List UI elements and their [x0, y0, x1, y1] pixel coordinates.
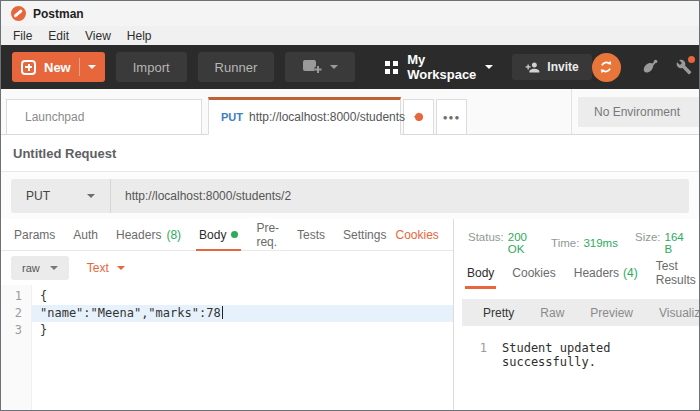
- line-number: 2: [1, 305, 31, 322]
- body-format-label: Text: [87, 261, 109, 275]
- postman-logo-icon: [11, 6, 26, 21]
- new-window-icon: [302, 59, 322, 75]
- new-button-label: New: [44, 60, 71, 75]
- menu-bar: File Edit View Help: [1, 26, 699, 45]
- satellite-icon: [641, 58, 659, 76]
- request-panel: Params Auth Headers(8) Body Pre-req. Tes…: [1, 219, 454, 410]
- response-tab-body[interactable]: Body: [458, 257, 503, 289]
- text-cursor: [222, 306, 223, 319]
- postman-window: Postman File Edit View Help New Import R…: [0, 0, 700, 411]
- view-visualize[interactable]: Visualize: [646, 306, 699, 320]
- main-toolbar: New Import Runner My Workspace: [1, 45, 699, 89]
- body-mode-row: raw Text: [1, 251, 453, 285]
- body-editor[interactable]: 1 2 3 { "name":"Meena","marks":78 }: [1, 285, 453, 410]
- launchpad-tab-label: Launchpad: [25, 110, 84, 124]
- url-input[interactable]: http://localhost:8000/students/2: [111, 189, 291, 203]
- code-line: {: [32, 288, 453, 305]
- tab-options-button[interactable]: ●●●: [436, 99, 467, 134]
- main-split: Params Auth Headers(8) Body Pre-req. Tes…: [1, 219, 699, 410]
- request-tab-bar: Launchpad PUT http://localhost:8000/stud…: [1, 89, 699, 135]
- new-window-button[interactable]: [285, 52, 355, 82]
- tab-auth[interactable]: Auth: [64, 219, 107, 250]
- code-line: }: [32, 322, 453, 339]
- plus-icon: [21, 60, 36, 75]
- request-builder: PUT http://localhost:8000/students/2: [1, 172, 699, 219]
- environment-area: No Environment: [571, 89, 699, 134]
- workspace-grid-icon: [385, 61, 398, 74]
- tab-method-badge: PUT: [221, 111, 243, 123]
- editor-code-area[interactable]: { "name":"Meena","marks":78 }: [32, 285, 453, 410]
- tab-body[interactable]: Body: [190, 219, 247, 250]
- import-button[interactable]: Import: [116, 52, 187, 82]
- person-add-icon: [525, 61, 540, 74]
- time-badge: Time: 319ms: [551, 237, 618, 249]
- menu-view[interactable]: View: [77, 29, 119, 43]
- chevron-down-icon: [87, 194, 95, 198]
- status-badge: Status: 200 OK: [468, 231, 534, 255]
- menu-edit[interactable]: Edit: [40, 29, 77, 43]
- settings-button[interactable]: [676, 59, 692, 75]
- chevron-down-icon: [50, 266, 58, 270]
- button-divider: [79, 58, 80, 76]
- cookies-link[interactable]: Cookies: [395, 228, 438, 242]
- editor-gutter: 1 2 3: [1, 285, 32, 410]
- response-status-row: Status: 200 OK Time: 319ms Size: 164 B: [454, 219, 699, 255]
- headers-count: (8): [166, 228, 181, 242]
- line-number: 3: [1, 322, 31, 339]
- response-tab-test-results[interactable]: Test Results: [647, 257, 699, 289]
- size-badge: Size: 164 B: [635, 231, 685, 255]
- workspace-selector[interactable]: My Workspace: [385, 52, 493, 82]
- sync-icon: [598, 59, 614, 75]
- invite-button[interactable]: Invite: [512, 54, 591, 80]
- body-format-dropdown[interactable]: Text: [87, 261, 125, 275]
- request-title: Untitled Request: [13, 146, 116, 161]
- view-raw[interactable]: Raw: [527, 306, 577, 320]
- tab-tests[interactable]: Tests: [288, 219, 334, 250]
- menu-help[interactable]: Help: [119, 29, 160, 43]
- request-tabs: Params Auth Headers(8) Body Pre-req. Tes…: [1, 219, 453, 251]
- import-button-label: Import: [133, 60, 170, 75]
- response-body: 1 Student updated successfully.: [454, 341, 699, 369]
- method-label: PUT: [26, 189, 50, 203]
- method-dropdown[interactable]: PUT: [11, 179, 111, 213]
- view-preview[interactable]: Preview: [577, 306, 646, 320]
- response-tab-cookies[interactable]: Cookies: [503, 257, 564, 289]
- tab-headers[interactable]: Headers(8): [107, 219, 190, 250]
- menu-file[interactable]: File: [5, 29, 40, 43]
- url-bar: PUT http://localhost:8000/students/2: [11, 179, 689, 213]
- notification-dot: [688, 56, 695, 63]
- response-tab-headers[interactable]: Headers(4): [565, 257, 647, 289]
- chevron-down-icon: [117, 266, 125, 270]
- tab-params[interactable]: Params: [5, 219, 64, 250]
- code-line-active: "name":"Meena","marks":78: [32, 305, 453, 322]
- tab-settings[interactable]: Settings: [334, 219, 395, 250]
- tab-launchpad[interactable]: Launchpad: [6, 99, 202, 134]
- response-text: Student updated successfully.: [502, 341, 699, 369]
- runner-button-label: Runner: [215, 60, 258, 75]
- body-filled-dot-icon: [231, 231, 238, 238]
- runner-button[interactable]: Runner: [198, 52, 275, 82]
- toolbar-right-icons: ♥: [592, 53, 700, 82]
- window-title: Postman: [33, 7, 84, 21]
- body-mode-label: raw: [22, 262, 40, 274]
- body-mode-dropdown[interactable]: raw: [11, 256, 69, 280]
- tab-url-label: http://localhost:8000/students: [249, 110, 405, 124]
- environment-label: No Environment: [594, 105, 680, 119]
- response-tabs: Body Cookies Headers(4) Test Results: [454, 257, 699, 289]
- invite-button-label: Invite: [547, 60, 578, 74]
- line-number: 1: [1, 288, 31, 305]
- response-panel: Status: 200 OK Time: 319ms Size: 164 B B…: [454, 219, 699, 410]
- sync-button[interactable]: [592, 53, 621, 82]
- chevron-down-icon: [485, 65, 493, 69]
- environment-selector[interactable]: No Environment: [578, 97, 699, 127]
- tab-active-request[interactable]: PUT http://localhost:8000/students: [208, 97, 401, 135]
- request-title-bar: Untitled Request: [1, 135, 699, 172]
- chevron-down-icon[interactable]: [88, 65, 96, 69]
- chevron-down-icon: [330, 65, 338, 69]
- workspace-label: My Workspace: [407, 52, 476, 82]
- new-button[interactable]: New: [12, 52, 105, 82]
- response-line-number: 1: [454, 341, 502, 369]
- capture-requests-button[interactable]: [641, 58, 659, 76]
- tab-pre-request[interactable]: Pre-req.: [247, 219, 288, 250]
- view-pretty[interactable]: Pretty: [470, 306, 527, 320]
